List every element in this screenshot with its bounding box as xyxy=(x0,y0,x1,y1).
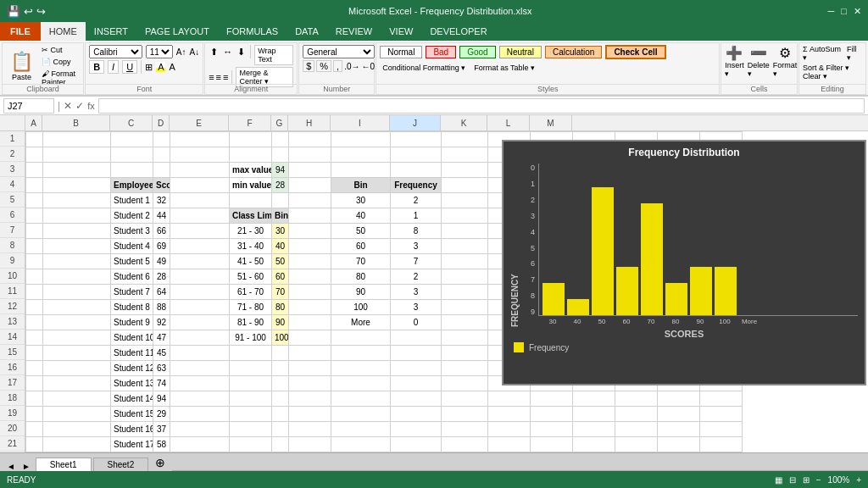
cell-22-3[interactable]: 43 xyxy=(153,452,170,453)
cell-16-8[interactable] xyxy=(331,361,391,376)
row-num-15[interactable]: 15 xyxy=(0,345,25,360)
cell-17-6[interactable] xyxy=(272,376,289,391)
cell-22-6[interactable] xyxy=(272,452,289,453)
decrease-decimal-icon[interactable]: ←0. xyxy=(361,62,376,71)
cell-20-14[interactable] xyxy=(615,422,658,437)
row-num-22[interactable]: 22 xyxy=(0,452,25,452)
col-header-l[interactable]: L xyxy=(487,115,530,130)
zoom-in-icon[interactable]: + xyxy=(856,475,861,485)
cell-17-7[interactable] xyxy=(289,376,331,391)
cell-15-3[interactable]: 45 xyxy=(153,346,170,361)
cell-9-10[interactable] xyxy=(442,254,488,269)
cell-19-5[interactable] xyxy=(230,407,272,422)
row-num-21[interactable]: 21 xyxy=(0,436,25,452)
cell-20-11[interactable] xyxy=(488,422,531,437)
fill-button[interactable]: Fill ▾ xyxy=(847,45,862,62)
row-num-2[interactable]: 2 xyxy=(0,147,25,162)
cell-15-10[interactable] xyxy=(442,346,488,361)
row-num-12[interactable]: 12 xyxy=(0,299,25,314)
cell-10-1[interactable] xyxy=(43,269,111,285)
cell-5-2[interactable]: Student 1 xyxy=(111,193,153,208)
cell-9-3[interactable]: 49 xyxy=(153,254,170,269)
cell-1-10[interactable] xyxy=(442,132,488,147)
row-num-4[interactable]: 4 xyxy=(0,177,25,192)
cell-12-4[interactable] xyxy=(170,300,230,315)
cell-8-10[interactable] xyxy=(442,239,488,254)
cell-20-8[interactable] xyxy=(331,422,391,437)
cell-22-2[interactable]: Student 18 xyxy=(111,452,153,453)
cell-20-7[interactable] xyxy=(289,422,331,437)
row-num-5[interactable]: 5 xyxy=(0,192,25,208)
tab-formulas[interactable]: FORMULAS xyxy=(218,22,287,41)
cell-7-8[interactable]: 50 xyxy=(331,224,391,239)
cell-2-0[interactable] xyxy=(26,147,43,163)
cell-5-8[interactable]: 30 xyxy=(331,193,391,208)
cell-7-4[interactable] xyxy=(170,224,230,239)
cell-14-6[interactable]: 100 xyxy=(272,330,289,346)
cell-14-2[interactable]: Student 10 xyxy=(111,330,153,346)
row-num-1[interactable]: 1 xyxy=(0,131,25,147)
add-sheet-button[interactable]: ⊕ xyxy=(148,454,172,471)
normal-view-icon[interactable]: ▦ xyxy=(775,475,782,485)
cell-11-7[interactable] xyxy=(289,285,331,300)
cell-10-4[interactable] xyxy=(170,269,230,285)
sheet-nav-next[interactable]: ► xyxy=(19,462,34,471)
good-style[interactable]: Good xyxy=(459,46,495,58)
cell-13-1[interactable] xyxy=(43,315,111,330)
calculation-style[interactable]: Calculation xyxy=(545,46,602,58)
cell-3-3[interactable] xyxy=(153,163,170,178)
name-box[interactable]: J27 xyxy=(3,98,54,114)
cell-3-2[interactable] xyxy=(111,163,153,178)
cell-21-7[interactable] xyxy=(289,437,331,452)
cell-18-1[interactable] xyxy=(43,391,111,407)
cell-12-8[interactable]: 100 xyxy=(331,300,391,315)
currency-icon[interactable]: $ xyxy=(303,60,314,72)
cell-21-0[interactable] xyxy=(26,437,43,452)
cell-11-4[interactable] xyxy=(170,285,230,300)
cell-4-6[interactable]: 28 xyxy=(272,178,289,193)
cell-10-0[interactable] xyxy=(26,269,43,285)
cell-5-7[interactable] xyxy=(289,193,331,208)
cell-22-12[interactable] xyxy=(531,452,573,453)
cell-18-7[interactable] xyxy=(289,391,331,407)
cell-8-3[interactable]: 69 xyxy=(153,239,170,254)
cell-10-6[interactable]: 60 xyxy=(272,269,289,285)
cell-18-0[interactable] xyxy=(26,391,43,407)
page-layout-view-icon[interactable]: ⊟ xyxy=(789,475,796,485)
cell-2-1[interactable] xyxy=(43,147,111,163)
cell-13-10[interactable] xyxy=(442,315,488,330)
cell-19-6[interactable] xyxy=(272,407,289,422)
cell-6-7[interactable] xyxy=(289,208,331,224)
font-color-icon[interactable]: A xyxy=(169,62,175,72)
cell-19-10[interactable] xyxy=(442,407,488,422)
cell-14-3[interactable]: 47 xyxy=(153,330,170,346)
cell-4-8[interactable]: Bin xyxy=(331,178,391,193)
font-family-select[interactable]: Calibri xyxy=(89,45,142,58)
cell-4-2[interactable]: Employees xyxy=(111,178,153,193)
cell-5-4[interactable] xyxy=(170,193,230,208)
fill-color-icon[interactable]: A xyxy=(156,62,165,72)
cell-6-0[interactable] xyxy=(26,208,43,224)
cell-16-2[interactable]: Student 12 xyxy=(111,361,153,376)
align-center-icon[interactable]: ≡ xyxy=(216,72,221,82)
format-cells-button[interactable]: ⚙ Format ▾ xyxy=(773,45,798,78)
cell-11-8[interactable]: 90 xyxy=(331,285,391,300)
cell-18-9[interactable] xyxy=(391,391,442,407)
cell-21-6[interactable] xyxy=(272,437,289,452)
row-num-6[interactable]: 6 xyxy=(0,208,25,223)
cell-8-1[interactable] xyxy=(43,239,111,254)
cell-18-14[interactable] xyxy=(615,391,658,407)
cell-11-6[interactable]: 70 xyxy=(272,285,289,300)
col-header-f[interactable]: F xyxy=(229,115,271,130)
cell-6-4[interactable] xyxy=(170,208,230,224)
cell-8-0[interactable] xyxy=(26,239,43,254)
align-right-icon[interactable]: ≡ xyxy=(223,72,228,82)
row-num-3[interactable]: 3 xyxy=(0,162,25,177)
cell-20-0[interactable] xyxy=(26,422,43,437)
cell-22-15[interactable] xyxy=(658,452,700,453)
undo-icon[interactable]: ↩ xyxy=(24,5,33,18)
cell-18-3[interactable]: 94 xyxy=(153,391,170,407)
tab-developer[interactable]: DEVELOPER xyxy=(421,22,495,41)
cell-4-10[interactable] xyxy=(442,178,488,193)
cell-1-4[interactable] xyxy=(170,132,230,147)
